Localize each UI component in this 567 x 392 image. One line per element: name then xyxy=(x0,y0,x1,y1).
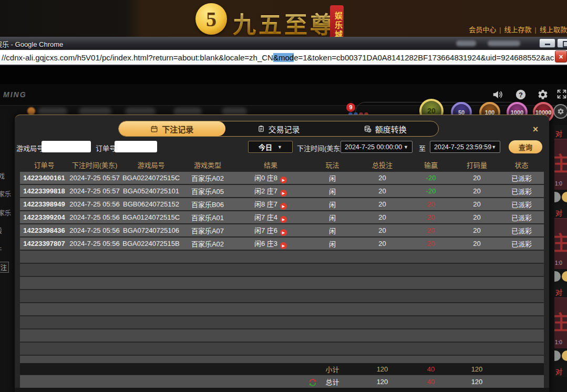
help-icon[interactable]: ? xyxy=(515,89,527,102)
cell-win: -20 xyxy=(407,187,455,195)
cell-result: 闲7 庄6▶ xyxy=(234,225,307,236)
tab-transaction-records[interactable]: 交易记录 xyxy=(225,121,332,136)
empty-row xyxy=(20,264,544,276)
site-header: 5 九五至尊 娱乐城 会员中心|线上存款|线上取款 xyxy=(0,0,567,37)
cell-win: 20 xyxy=(407,226,455,234)
modal-footer-strip xyxy=(15,388,549,392)
side-betting-panels: 对庄1:0对庄1:0对庄1:0对 xyxy=(554,125,567,392)
footer-bet: 120 xyxy=(357,365,407,373)
column-header: 订单号 xyxy=(20,160,68,170)
table-row: 142234001612024-7-25 05:57BGA0224072515C… xyxy=(20,172,544,184)
header-link[interactable]: 线上取款 xyxy=(540,26,567,34)
cell-game: 百家乐A02 xyxy=(181,239,234,249)
result-text: 闲8 庄7 xyxy=(254,200,277,208)
filter-bar: 游戏局号 订单号 今日▼ 下注时间(美东) 2024-7-25 00:00:00… xyxy=(15,139,549,155)
empty-row xyxy=(20,290,544,302)
url-text[interactable]: //cdnx-ali.gqjcxs.com/h5V01/pc/index.htm… xyxy=(2,53,554,62)
bead-count-badge: 9 xyxy=(346,103,355,112)
cell-play: 闲 xyxy=(307,239,357,249)
sidebar-fragment: / 牛 xyxy=(0,245,2,254)
result-text: 闲6 庄3 xyxy=(254,240,277,247)
cell-play: 闲 xyxy=(307,173,357,183)
range-select[interactable]: 今日▼ xyxy=(248,141,293,153)
speaker-icon[interactable] xyxy=(492,89,503,102)
cell-result: 闲0 庄8▶ xyxy=(234,172,307,183)
sidebar-fragment: 下注 xyxy=(0,262,9,273)
cell-game: 百家乐A01 xyxy=(181,212,234,222)
side-panel-section: 对 xyxy=(554,363,567,377)
site-logo-text: 九五至尊 xyxy=(233,6,336,40)
footer-win: 40 xyxy=(407,365,455,373)
fullscreen-icon[interactable] xyxy=(556,89,567,101)
maximize-button[interactable] xyxy=(557,38,567,48)
window-close-button[interactable]: × xyxy=(555,50,567,63)
tab-bet-records[interactable]: 下注记录 xyxy=(119,121,225,136)
game-round-label: 游戏局号 xyxy=(16,143,44,153)
replay-icon[interactable]: ▶ xyxy=(280,190,287,197)
footer-bet: 120 xyxy=(357,378,407,386)
clipboard-icon xyxy=(257,125,265,132)
result-text: 闲7 庄6 xyxy=(254,226,277,234)
cell-status: 已派彩 xyxy=(499,225,544,235)
replay-icon[interactable]: ▶ xyxy=(280,177,287,183)
time-to-select[interactable]: 2024-7-25 23:59:59▼ xyxy=(430,141,500,153)
cell-time: 2024-7-25 05:56 xyxy=(68,200,121,208)
cell-play: 闲 xyxy=(307,186,357,196)
replay-icon[interactable]: ▶ xyxy=(280,242,287,249)
table-header: 订单号下注时间(美东)游戏局号游戏类型结果玩法总投注输赢打码量状态 xyxy=(20,158,544,171)
subtotal-row: 小计12040120 xyxy=(20,363,544,375)
to-label: 至 xyxy=(419,143,426,153)
sidebar-fragment: 百家乐 xyxy=(0,189,11,198)
cell-win: 20 xyxy=(407,213,455,221)
modal-close-button[interactable]: × xyxy=(530,124,541,135)
cell-win: 20 xyxy=(407,200,455,208)
table-row: 142233998182024-7-25 05:57BGA05240725101… xyxy=(20,185,544,197)
chip-settings-icon[interactable] xyxy=(553,104,567,119)
cell-rolling: 20 xyxy=(455,240,499,247)
tab-quota-transfer[interactable]: $额度转换 xyxy=(332,121,438,136)
header-link[interactable]: 线上存款 xyxy=(504,26,532,34)
cell-result: 闲2 庄7▶ xyxy=(234,185,307,197)
cell-result: 闲8 庄7▶ xyxy=(234,199,307,210)
replay-icon[interactable]: ▶ xyxy=(280,216,287,223)
footer-label: 小计 xyxy=(307,364,357,374)
settings-icon[interactable] xyxy=(537,89,549,102)
cell-time: 2024-7-25 05:56 xyxy=(68,240,121,247)
replay-icon[interactable]: ▶ xyxy=(280,203,287,210)
header-links: 会员中心|线上存款|线上取款 xyxy=(466,24,567,34)
url-selected-text: &mod xyxy=(273,53,294,62)
replay-icon[interactable]: ▶ xyxy=(280,229,287,236)
tab-label: 下注记录 xyxy=(162,123,193,135)
column-header: 总投注 xyxy=(357,160,407,170)
footer-rolling: 120 xyxy=(455,365,499,373)
empty-row xyxy=(20,251,544,263)
time-from-select[interactable]: 2024-7-25 00:00:00▼ xyxy=(341,141,413,153)
cell-rolling: 20 xyxy=(455,174,499,182)
header-link[interactable]: 会员中心 xyxy=(469,26,496,34)
order-input[interactable] xyxy=(115,141,157,152)
column-header: 游戏局号 xyxy=(121,160,181,170)
result-text: 闲2 庄7 xyxy=(254,187,277,195)
cell-bet: 20 xyxy=(357,187,407,195)
search-button[interactable]: 查询 xyxy=(509,140,542,153)
svg-text:?: ? xyxy=(519,91,523,99)
chevron-down-icon: ▼ xyxy=(491,145,496,150)
footer-win: 40 xyxy=(407,378,455,386)
cell-bet: 20 xyxy=(357,226,407,234)
cell-rolling: 20 xyxy=(455,213,499,221)
column-header: 游戏类型 xyxy=(181,160,234,170)
provider-logo-fragment: MING xyxy=(3,90,27,99)
site-logo-icon: 5 xyxy=(195,3,227,35)
table-row: 142233984362024-7-25 05:56BGA07240725106… xyxy=(20,224,544,236)
browser-urlbar[interactable]: //cdnx-ali.gqjcxs.com/h5V01/pc/index.htm… xyxy=(0,50,567,66)
game-round-input[interactable] xyxy=(42,141,91,152)
cell-rolling: 20 xyxy=(455,187,499,195)
coins-icon: $ xyxy=(364,125,372,133)
svg-text:$: $ xyxy=(368,128,370,131)
cell-win: -20 xyxy=(407,174,455,182)
refresh-icon[interactable] xyxy=(308,378,317,388)
table-row: 142233978072024-7-25 05:56BGA0224072515B… xyxy=(20,238,544,250)
minimize-button[interactable] xyxy=(539,38,555,48)
cell-bet: 20 xyxy=(357,200,407,208)
cell-round: BGA0124072515C xyxy=(121,213,181,221)
